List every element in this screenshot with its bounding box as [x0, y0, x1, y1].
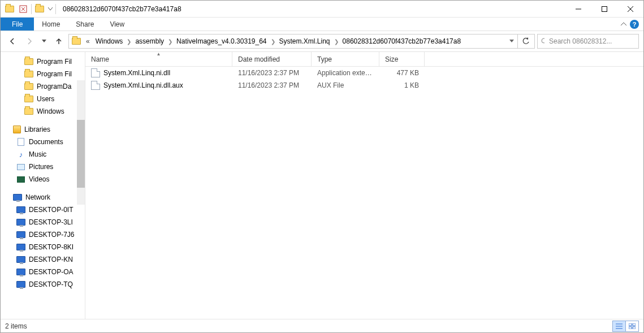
file-type: Application exten... — [312, 69, 379, 77]
sort-asc-icon: ▲ — [157, 51, 161, 57]
tree-label: DESKTOP-7J6 — [29, 231, 74, 239]
tree-library-item[interactable]: Documents — [1, 136, 85, 148]
breadcrumb-item[interactable]: System.Xml.Linq — [277, 37, 332, 45]
recent-locations-button[interactable] — [39, 34, 49, 49]
tab-share[interactable]: Share — [68, 18, 102, 31]
file-row[interactable]: System.Xml.Linq.ni.dll 11/16/2023 2:37 P… — [85, 67, 643, 79]
address-folder-icon — [70, 35, 83, 47]
status-text: 2 items — [5, 322, 27, 330]
window-title: 086028312d6070f437cb2b77e3a417a8 — [63, 5, 181, 13]
tree-folder[interactable]: ProgramDa — [1, 80, 85, 93]
address-history-dropdown[interactable] — [505, 34, 517, 48]
view-details-button[interactable] — [612, 321, 626, 332]
svg-point-3 — [542, 38, 544, 43]
chevron-right-icon[interactable]: ❯ — [166, 38, 174, 45]
chevron-right-icon[interactable]: ❯ — [269, 38, 277, 45]
tree-network-item[interactable]: DESKTOP-OA — [1, 266, 85, 278]
tree-folder[interactable]: Windows — [1, 105, 85, 118]
close-button[interactable] — [617, 1, 643, 18]
maximize-button[interactable] — [591, 1, 617, 18]
nav-tree[interactable]: Program Fil Program Fil ProgramDa Users … — [1, 52, 85, 319]
column-type[interactable]: Type — [312, 52, 379, 66]
minimize-button[interactable] — [565, 1, 591, 18]
file-size: 1 KB — [379, 81, 425, 89]
up-button[interactable] — [51, 34, 66, 49]
column-size[interactable]: Size — [379, 52, 425, 66]
tab-view[interactable]: View — [102, 18, 132, 31]
breadcrumb-item[interactable]: 086028312d6070f437cb2b77e3a417a8 — [340, 37, 464, 45]
qat-properties-icon[interactable] — [16, 3, 30, 15]
tree-network-item[interactable]: DESKTOP-KN — [1, 253, 85, 266]
search-box[interactable] — [537, 34, 639, 49]
breadcrumb-item[interactable]: NativeImages_v4.0.30319_64 — [174, 37, 269, 45]
back-button[interactable] — [5, 34, 20, 49]
help-icon[interactable]: ? — [630, 20, 639, 29]
qat-open-folder-icon[interactable] — [33, 3, 46, 15]
tree-library-item[interactable]: Pictures — [1, 161, 85, 173]
qat-dropdown-icon[interactable] — [46, 3, 54, 15]
tree-label: ProgramDa — [37, 83, 71, 90]
tree-label: Program Fil — [37, 70, 72, 78]
tree-folder[interactable]: Users — [1, 93, 85, 105]
tree-label: Music — [29, 150, 46, 158]
svg-rect-11 — [633, 327, 636, 329]
breadcrumb-item[interactable]: assembly — [133, 37, 166, 45]
nav-row: « Windows❯ assembly❯ NativeImages_v4.0.3… — [1, 31, 643, 51]
ribbon: File Home Share View ? — [1, 18, 643, 31]
file-list[interactable]: System.Xml.Linq.ni.dll 11/16/2023 2:37 P… — [85, 67, 643, 319]
breadcrumb-item[interactable]: Windows — [93, 37, 126, 45]
file-icon — [91, 68, 100, 77]
tree-network-item[interactable]: DESKTOP-TQ — [1, 278, 85, 291]
address-bar[interactable]: « Windows❯ assembly❯ NativeImages_v4.0.3… — [68, 34, 535, 49]
column-name[interactable]: ▲Name — [85, 52, 232, 66]
chevron-right-icon[interactable]: ❯ — [332, 38, 340, 45]
tree-folder[interactable]: Program Fil — [1, 55, 85, 68]
tab-file[interactable]: File — [1, 18, 34, 31]
tree-network-item[interactable]: DESKTOP-7J6 — [1, 228, 85, 241]
svg-rect-10 — [629, 327, 632, 329]
tree-scrollbar-thumb[interactable] — [77, 120, 85, 188]
ribbon-expand-icon[interactable] — [621, 22, 626, 27]
qat-folder-icon[interactable] — [3, 3, 16, 15]
tree-label: Users — [37, 95, 54, 103]
tree-library-item[interactable]: ♪Music — [1, 148, 85, 161]
chevron-right-icon[interactable]: ❯ — [125, 38, 133, 45]
column-headers: ▲Name Date modified Type Size — [85, 52, 643, 67]
tab-home[interactable]: Home — [34, 18, 68, 31]
tree-label: Videos — [29, 175, 49, 183]
refresh-button[interactable] — [517, 34, 533, 48]
svg-rect-2 — [602, 6, 607, 11]
view-large-icons-button[interactable] — [625, 321, 639, 332]
tree-label: DESKTOP-TQ — [29, 280, 73, 288]
tree-label: Network — [25, 193, 50, 201]
file-row[interactable]: System.Xml.Linq.ni.dll.aux 11/16/2023 2:… — [85, 79, 643, 92]
tree-network-item[interactable]: DESKTOP-0IT — [1, 204, 85, 216]
svg-rect-8 — [629, 323, 632, 326]
svg-rect-9 — [633, 323, 636, 326]
search-input[interactable] — [548, 37, 635, 46]
tree-libraries[interactable]: Libraries — [1, 123, 85, 136]
tree-network-item[interactable]: DESKTOP-3LI — [1, 216, 85, 228]
file-name: System.Xml.Linq.ni.dll — [103, 69, 170, 77]
tree-library-item[interactable]: Videos — [1, 173, 85, 185]
forward-button[interactable] — [22, 34, 37, 49]
titlebar: 086028312d6070f437cb2b77e3a417a8 — [1, 1, 643, 18]
tree-label: Windows — [37, 107, 64, 115]
tree-network[interactable]: Network — [1, 191, 85, 204]
tree-label: DESKTOP-8KI — [29, 243, 74, 251]
tree-network-item[interactable]: DESKTOP-8KI — [1, 241, 85, 253]
tree-label: Program Fil — [37, 58, 72, 66]
search-icon — [541, 38, 544, 45]
column-date[interactable]: Date modified — [232, 52, 312, 66]
tree-label: Pictures — [29, 163, 53, 171]
tree-label: Libraries — [24, 126, 50, 133]
tree-label: DESKTOP-0IT — [29, 206, 73, 214]
file-icon — [91, 81, 100, 90]
tree-label: Documents — [29, 138, 63, 146]
tree-label: DESKTOP-OA — [29, 268, 73, 276]
breadcrumb-overflow[interactable]: « — [83, 37, 93, 45]
file-type: AUX File — [312, 81, 379, 89]
tree-label: DESKTOP-3LI — [29, 218, 73, 226]
tree-folder[interactable]: Program Fil — [1, 68, 85, 80]
tree-label: DESKTOP-KN — [29, 256, 73, 263]
